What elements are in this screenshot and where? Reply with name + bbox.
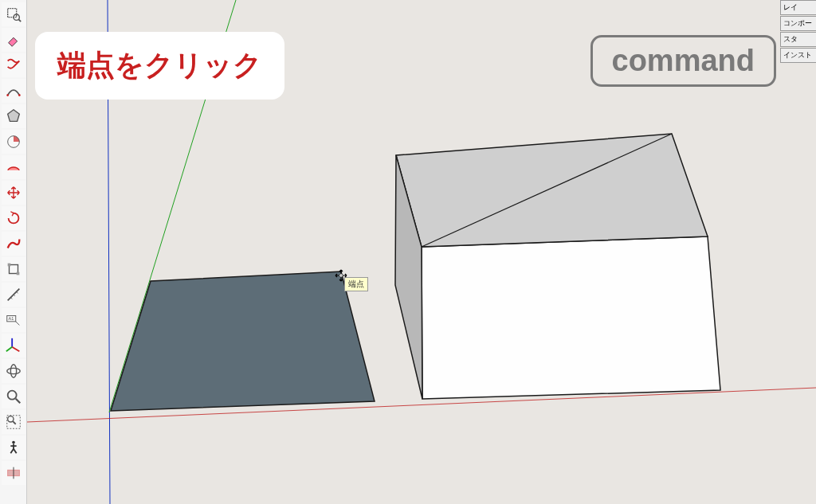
panel-tab-instructor[interactable]: インスト: [780, 48, 816, 63]
svg-line-12: [14, 295, 15, 296]
svg-line-11: [10, 298, 12, 299]
svg-rect-30: [339, 273, 343, 278]
move-icon[interactable]: [2, 181, 26, 205]
svg-rect-0: [7, 9, 16, 18]
rotate-icon[interactable]: [2, 206, 26, 230]
svg-line-19: [6, 347, 11, 352]
svg-point-3: [6, 94, 9, 96]
panel-tab-layers[interactable]: レイ: [780, 0, 816, 15]
section-plane-icon[interactable]: [2, 461, 26, 485]
svg-point-27: [12, 441, 15, 444]
zoom-selection-icon[interactable]: [2, 2, 26, 26]
pie-arc-icon[interactable]: [2, 130, 26, 154]
svg-line-16: [15, 322, 19, 326]
instruction-overlay: 端点をクリック: [35, 32, 284, 100]
move-cursor-icon: [335, 269, 347, 284]
panel-tab-styles[interactable]: スタ: [780, 32, 816, 47]
axes-icon[interactable]: [2, 334, 26, 357]
svg-rect-8: [7, 264, 10, 267]
text-icon[interactable]: A1: [2, 308, 26, 332]
box-top-face[interactable]: [396, 134, 708, 247]
panel-tabs: レイ コンポー スタ インスト: [780, 0, 816, 64]
scale-icon[interactable]: [2, 257, 26, 281]
tape-measure-icon[interactable]: [2, 283, 26, 307]
polygon-icon[interactable]: [2, 104, 26, 128]
eraser-icon[interactable]: [2, 28, 26, 52]
orbit-icon[interactable]: [2, 359, 26, 383]
svg-point-24: [7, 416, 13, 422]
svg-line-18: [12, 347, 19, 352]
walk-icon[interactable]: [2, 436, 26, 459]
zoom-extents-icon[interactable]: [2, 410, 26, 434]
svg-marker-5: [7, 110, 19, 122]
freehand-icon[interactable]: [2, 53, 26, 77]
flat-face[interactable]: [111, 272, 375, 411]
panel-tab-components[interactable]: コンポー: [780, 16, 816, 31]
zoom-icon[interactable]: [2, 385, 26, 408]
svg-point-21: [10, 365, 16, 378]
follow-me-icon[interactable]: [2, 232, 26, 256]
arc-icon[interactable]: [2, 79, 26, 103]
svg-text:A1: A1: [8, 316, 14, 321]
command-key-overlay: command: [590, 35, 776, 87]
endpoint-tooltip: 端点: [344, 277, 368, 291]
svg-line-13: [16, 291, 18, 293]
svg-rect-9: [16, 272, 19, 275]
toolbar: A1: [0, 0, 27, 504]
svg-point-4: [18, 94, 20, 96]
svg-line-2: [18, 19, 21, 21]
svg-line-23: [15, 399, 20, 404]
two-point-arc-icon[interactable]: [2, 155, 26, 179]
box-front-face[interactable]: [422, 236, 720, 399]
svg-point-20: [6, 368, 20, 373]
svg-point-22: [7, 391, 16, 400]
svg-line-25: [13, 421, 16, 424]
